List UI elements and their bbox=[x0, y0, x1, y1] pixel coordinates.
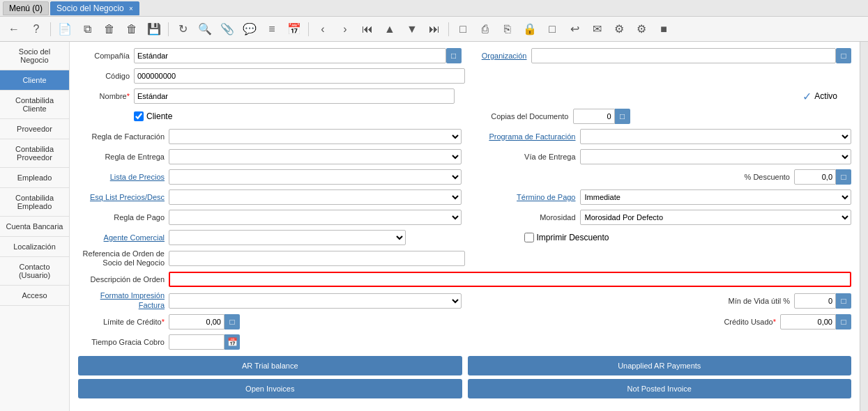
menu-tab-1[interactable]: Socio del Negocio × bbox=[50, 1, 139, 15]
calendar-btn[interactable]: 📅 bbox=[284, 20, 304, 39]
min-vida-spin-btn[interactable]: □ bbox=[836, 293, 851, 309]
history-btn[interactable]: ≡ bbox=[262, 20, 282, 39]
min-vida-input[interactable] bbox=[794, 293, 836, 309]
open-invoices-btn[interactable]: Open Invoices bbox=[78, 379, 462, 398]
compania-pick-btn[interactable]: □ bbox=[446, 48, 462, 63]
sidebar-item-contacto[interactable]: Contacto (Usuario) bbox=[0, 257, 69, 286]
chat-btn[interactable]: 💬 bbox=[240, 20, 259, 39]
save-btn[interactable]: 💾 bbox=[144, 20, 164, 39]
nombre-label: Nombre* bbox=[78, 92, 134, 100]
nav-first-btn[interactable]: ⏮ bbox=[358, 20, 377, 39]
regla-facturacion-label: Regla de Facturación bbox=[78, 132, 169, 141]
cliente-checkbox[interactable] bbox=[134, 111, 144, 121]
icon10-btn[interactable]: ■ bbox=[654, 20, 673, 39]
esq-precios-select[interactable] bbox=[169, 189, 462, 205]
not-posted-btn[interactable]: Not Posted Invoice bbox=[468, 379, 852, 398]
ar-trial-btn[interactable]: AR Trial balance bbox=[78, 356, 462, 375]
esq-precios-label[interactable]: Esq List Precios/Desc bbox=[78, 193, 169, 201]
sidebar-item-socio[interactable]: Socio del Negocio bbox=[0, 42, 69, 70]
back-btn[interactable]: ← bbox=[4, 20, 24, 39]
icon4-btn[interactable]: 🔒 bbox=[520, 20, 540, 39]
menu-tab-0[interactable]: Menú (0) bbox=[3, 1, 49, 15]
nav-prev-btn[interactable]: ‹ bbox=[313, 20, 333, 39]
search-btn[interactable]: 🔍 bbox=[195, 20, 215, 39]
help-btn[interactable]: ? bbox=[26, 20, 46, 39]
organizacion-label[interactable]: Organización bbox=[469, 52, 531, 60]
icon1-btn[interactable]: □ bbox=[453, 20, 473, 39]
imprimir-descuento-checkbox[interactable] bbox=[524, 233, 534, 242]
sidebar-item-contab-proveedor[interactable]: Contabilida Proveedor bbox=[0, 139, 69, 168]
agente-comercial-label[interactable]: Agente Comercial bbox=[78, 233, 169, 242]
esq-precios-row: Esq List Precios/Desc Término de Pago Im… bbox=[78, 189, 851, 206]
nombre-input[interactable] bbox=[134, 88, 455, 104]
termino-pago-select[interactable]: Immediate bbox=[580, 189, 852, 205]
tiempo-gracia-label: Tiempo Gracia Cobro bbox=[78, 338, 169, 346]
copias-spin-btn[interactable]: □ bbox=[615, 109, 630, 124]
sidebar-item-contab-empleado[interactable]: Contabilida Empleado bbox=[0, 188, 69, 217]
icon7-btn[interactable]: ✉ bbox=[587, 20, 607, 39]
sidebar-item-contab-cliente[interactable]: Contabilida Cliente bbox=[0, 91, 69, 119]
close-tab-icon[interactable]: × bbox=[129, 5, 133, 13]
morosidad-select[interactable]: Morosidad Por Defecto bbox=[580, 210, 852, 225]
tiempo-gracia-spin-btn[interactable]: 📅 bbox=[224, 334, 240, 350]
lista-precios-select[interactable] bbox=[169, 169, 462, 185]
sidebar-item-cuenta-bancaria[interactable]: Cuenta Bancaria bbox=[0, 217, 69, 237]
delete2-btn[interactable]: 🗑 bbox=[122, 20, 142, 39]
sidebar-item-acceso[interactable]: Acceso bbox=[0, 286, 69, 306]
sidebar-item-proveedor[interactable]: Proveedor bbox=[0, 119, 69, 139]
icon9-btn[interactable]: ⚙ bbox=[632, 20, 651, 39]
limite-credito-input[interactable] bbox=[169, 314, 224, 329]
sidebar-item-localizacion[interactable]: Localización bbox=[0, 237, 69, 257]
right-scrollbar[interactable] bbox=[860, 42, 868, 411]
descripcion-orden-input[interactable] bbox=[169, 272, 851, 287]
formato-impresion-select[interactable] bbox=[169, 293, 462, 309]
unapplied-btn[interactable]: Unapplied AR Payments bbox=[468, 356, 852, 375]
formato-impresion-label[interactable]: Formato Impresión Factura bbox=[78, 291, 169, 309]
descuento-input[interactable] bbox=[794, 169, 836, 185]
icon5-btn[interactable]: □ bbox=[542, 20, 562, 39]
credito-usado-spin-btn[interactable]: □ bbox=[836, 314, 851, 329]
limite-credito-spin-btn[interactable]: □ bbox=[224, 314, 240, 329]
icon2-btn[interactable]: ⎙ bbox=[475, 20, 495, 39]
sidebar-item-cliente[interactable]: Cliente bbox=[0, 70, 69, 91]
termino-pago-label[interactable]: Término de Pago bbox=[469, 193, 580, 201]
agente-comercial-select[interactable] bbox=[169, 230, 406, 245]
organizacion-pick-btn[interactable]: □ bbox=[836, 48, 851, 63]
compania-label: Compañía bbox=[78, 52, 134, 60]
lista-precios-label[interactable]: Lista de Precios bbox=[78, 173, 169, 181]
icon8-btn[interactable]: ⚙ bbox=[609, 20, 629, 39]
compania-input[interactable] bbox=[134, 48, 446, 63]
tiempo-gracia-input[interactable] bbox=[169, 334, 224, 350]
credito-usado-input[interactable] bbox=[780, 314, 836, 329]
copy-btn[interactable]: ⧉ bbox=[77, 20, 97, 39]
activo-checkmark-icon: ✓ bbox=[802, 90, 812, 103]
separator-3 bbox=[308, 22, 309, 36]
regla-facturacion-select[interactable] bbox=[169, 129, 462, 144]
icon6-btn[interactable]: ↩ bbox=[565, 20, 584, 39]
main-layout: Socio del Negocio Cliente Contabilida Cl… bbox=[0, 42, 868, 411]
nav-down-btn[interactable]: ▼ bbox=[402, 20, 422, 39]
delete1-btn[interactable]: 🗑 bbox=[100, 20, 119, 39]
nav-up-btn[interactable]: ▲ bbox=[380, 20, 399, 39]
copias-input[interactable] bbox=[573, 109, 615, 124]
organizacion-input[interactable] bbox=[531, 48, 837, 63]
codigo-input[interactable] bbox=[134, 68, 465, 84]
sidebar-item-empleado[interactable]: Empleado bbox=[0, 168, 69, 188]
new-btn[interactable]: 📄 bbox=[55, 20, 75, 39]
descuento-spin-btn[interactable]: □ bbox=[836, 169, 851, 185]
programa-facturacion-select[interactable] bbox=[580, 129, 852, 144]
copias-label: Copias del Documento bbox=[469, 112, 573, 121]
programa-facturacion-label[interactable]: Programa de Facturación bbox=[469, 132, 580, 141]
referencia-orden-input[interactable] bbox=[169, 251, 465, 266]
descuento-label: % Descuento bbox=[710, 173, 794, 181]
icon3-btn[interactable]: ⎘ bbox=[498, 20, 517, 39]
nav-last-btn[interactable]: ⏭ bbox=[425, 20, 444, 39]
sidebar: Socio del Negocio Cliente Contabilida Cl… bbox=[0, 42, 70, 411]
regla-entrega-select[interactable] bbox=[169, 149, 462, 164]
refresh-btn[interactable]: ↻ bbox=[173, 20, 192, 39]
regla-pago-select[interactable] bbox=[169, 210, 462, 225]
nav-next-btn[interactable]: › bbox=[335, 20, 355, 39]
attach-btn[interactable]: 📎 bbox=[218, 20, 237, 39]
morosidad-label: Morosidad bbox=[469, 213, 580, 222]
via-entrega-select[interactable] bbox=[580, 149, 852, 164]
